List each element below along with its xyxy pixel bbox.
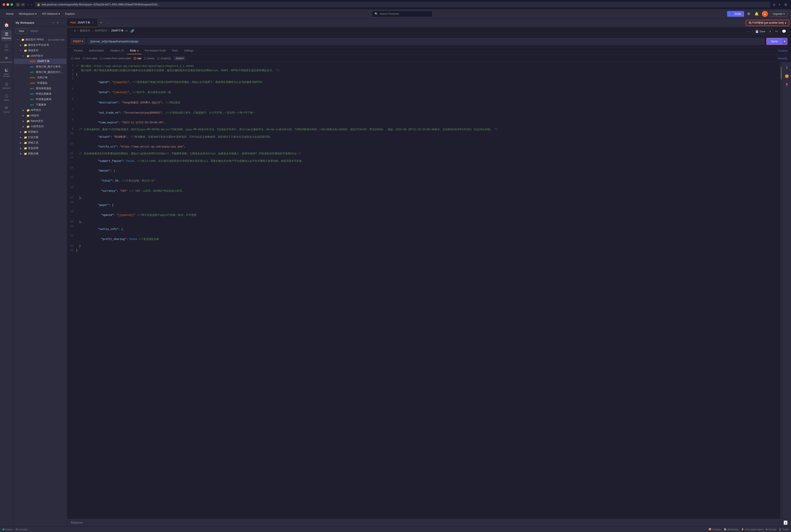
edit-name-btn[interactable]: ✏ bbox=[125, 29, 129, 33]
sidebar-item-flows[interactable]: ⬡ Flows bbox=[1, 92, 12, 103]
link-icon-btn[interactable]: 🔗 bbox=[130, 29, 135, 33]
scroll-thumb[interactable] bbox=[780, 66, 782, 80]
bootcamp-item[interactable]: 📚 Bootcamp bbox=[724, 528, 738, 531]
method-select[interactable]: POST ▾ bbox=[71, 38, 86, 44]
tab-params[interactable]: Params bbox=[71, 48, 86, 54]
sidebar-item-monitors[interactable]: ◷ Monitors bbox=[1, 80, 12, 91]
new-tab-btn[interactable]: + bbox=[777, 2, 782, 7]
search-box[interactable]: 🔍 Search Postman bbox=[372, 11, 433, 17]
code-editor[interactable]: 1 /* 接口地址：https://pay.weixin.qq.com/wiki… bbox=[67, 62, 780, 518]
tab-pre-request[interactable]: Pre-request Script bbox=[142, 48, 169, 54]
notifications-icon[interactable]: 🔔 bbox=[753, 11, 760, 17]
add-collection-btn[interactable]: + bbox=[52, 20, 55, 25]
cookies-link[interactable]: Cookies bbox=[778, 49, 788, 52]
sidebar-item-mock-servers[interactable]: ⬕ Mock Servers bbox=[1, 66, 12, 79]
tree-item-native-pay[interactable]: ▶ 📁 Native支付 bbox=[14, 118, 66, 124]
tree-item-download-bill[interactable]: GET 下载账单 bbox=[14, 102, 66, 108]
sidebar-item-environments[interactable]: ⊕ Environments bbox=[1, 54, 12, 65]
info-icon[interactable]: ℹ bbox=[784, 64, 790, 71]
response-toggle-btn[interactable]: ▲ bbox=[784, 520, 788, 525]
radio-form-data[interactable]: form-data bbox=[83, 57, 97, 60]
api-network-menu-item[interactable]: API Network ▾ bbox=[39, 11, 62, 17]
forward-btn[interactable]: › bbox=[31, 2, 33, 7]
tree-item-marketing[interactable]: ▶ 📁 营销工具 bbox=[14, 140, 66, 146]
browser-url-bar[interactable]: 🔒 web.postman.co/workspace/My-Workspace~… bbox=[35, 2, 770, 7]
auto-select-item[interactable]: ⚡ Auto-select agent bbox=[741, 528, 764, 531]
tree-item-fund-bill[interactable]: GET 申请资金账单 bbox=[14, 97, 66, 102]
avatar[interactable]: 🔥 bbox=[762, 11, 768, 17]
tree-item-query-refund[interactable]: GET 查询单笔退款 bbox=[14, 86, 66, 91]
more-actions-btn[interactable]: ··· bbox=[746, 29, 751, 34]
tree-item-app-pay[interactable]: ▶ 📁 APP支付 bbox=[14, 108, 66, 113]
tree-item-jsapi-order[interactable]: POST JSAPI下单 bbox=[14, 59, 66, 64]
more-tabs-btn[interactable]: ··· bbox=[105, 21, 111, 24]
import-button[interactable]: Import bbox=[29, 28, 39, 34]
upgrade-button[interactable]: Upgrade ▾ bbox=[770, 11, 788, 17]
runner-item[interactable]: ▶ Runner bbox=[766, 528, 776, 531]
sidebar-item-apis[interactable]: ⬡ APIs bbox=[1, 42, 12, 53]
maximize-button[interactable] bbox=[11, 3, 13, 6]
settings-icon[interactable]: ⚙ bbox=[746, 11, 752, 17]
sidebar-item-collections[interactable]: ☰ Collections bbox=[1, 30, 12, 41]
save-btn[interactable]: 💾 Save bbox=[753, 29, 768, 34]
tree-item-collection-root[interactable]: ▾ 📁 微信支付 APIv3 yet another fork bbox=[14, 37, 66, 42]
console-item[interactable]: ▥ Console bbox=[16, 528, 27, 531]
pencil-icon-btn[interactable]: ✏ bbox=[774, 29, 779, 34]
tree-item-close-order[interactable]: POST 关闭订单 bbox=[14, 75, 66, 80]
tab-authorization[interactable]: Authorization bbox=[86, 48, 107, 54]
explore-menu-item[interactable]: Explore bbox=[62, 11, 77, 17]
workspaces-menu-item[interactable]: Workspaces ▾ bbox=[16, 11, 39, 17]
breadcrumb-basic-pay[interactable]: 基础支付 bbox=[80, 29, 90, 33]
add-tab-btn[interactable]: + bbox=[97, 21, 105, 25]
tree-item-jsapi-pay[interactable]: ▾ 📁 JSAPI支付 bbox=[14, 53, 66, 59]
comment-icon-btn[interactable]: 💬 bbox=[780, 29, 788, 34]
location-icon[interactable]: 📍 bbox=[784, 81, 790, 88]
sidebar-item-history[interactable]: ⟳ History bbox=[1, 104, 12, 115]
back-btn[interactable]: ‹ bbox=[27, 2, 30, 7]
tree-item-basic-pay[interactable]: ▾ 📁 基础支付 bbox=[14, 48, 66, 53]
trash-item[interactable]: 🗑 Trash bbox=[779, 528, 788, 531]
minimize-button[interactable] bbox=[6, 3, 9, 6]
workspace-avatar[interactable]: 🏠 bbox=[1, 21, 12, 29]
radio-binary[interactable]: binary bbox=[144, 57, 155, 60]
environment-selector[interactable]: 商户API密钥 [yet another fork] ▾ bbox=[746, 20, 789, 26]
breadcrumb-jsapi-pay[interactable]: JSAPI支付 bbox=[94, 29, 107, 33]
tab-headers[interactable]: Headers (7) bbox=[107, 48, 127, 54]
json-type-selector[interactable]: JSON ▾ bbox=[174, 56, 185, 60]
tree-item-refund[interactable]: POST 申请退款 bbox=[14, 80, 66, 86]
radio-none[interactable]: none bbox=[71, 57, 80, 60]
tree-item-cert[interactable]: ▶ 📁 微信支付平台证书 bbox=[14, 42, 66, 48]
tree-item-finance[interactable]: ▶ 📁 资金应用 bbox=[14, 146, 66, 151]
invite-button[interactable]: 👤 Invite bbox=[727, 11, 744, 17]
tree-item-query-1[interactable]: GET 查询订单_商户订单号查询 bbox=[14, 64, 66, 70]
new-button[interactable]: New bbox=[16, 28, 27, 34]
cookies-panel-icon[interactable]: 🍪 bbox=[784, 73, 790, 80]
window-collapse-btn[interactable]: ⊡ bbox=[16, 3, 20, 6]
tree-item-risk[interactable]: ▶ 📁 风险合规 bbox=[14, 151, 66, 156]
tree-item-h5-pay[interactable]: ▶ 📁 H5支付 bbox=[14, 113, 66, 118]
tab-tests[interactable]: Tests bbox=[169, 48, 181, 54]
sort-collection-btn[interactable]: ≡ bbox=[56, 20, 59, 25]
home-menu-item[interactable]: Home bbox=[3, 11, 16, 17]
share-btn[interactable]: ⎙ bbox=[772, 2, 776, 7]
tree-item-query-2[interactable]: GET 查询订单_微信支付订单号... bbox=[14, 70, 66, 75]
window-expand-btn[interactable]: ▾ bbox=[21, 3, 25, 6]
send-dropdown-btn[interactable]: ▾ bbox=[782, 38, 787, 44]
tree-item-trade-bill[interactable]: GET 申请交易账单 bbox=[14, 91, 66, 97]
radio-urlencoded[interactable]: x-www-form-urlencoded bbox=[100, 57, 131, 60]
tab-settings[interactable]: Settings bbox=[181, 48, 196, 54]
tree-item-biz[interactable]: ▶ 📁 经营能力 bbox=[14, 129, 66, 135]
tree-item-mini-pay[interactable]: ▶ 📁 小程序支付 bbox=[14, 124, 66, 129]
beautify-btn[interactable]: Beautify bbox=[778, 57, 788, 60]
active-tab[interactable]: POST JSAPI下单 × bbox=[67, 19, 97, 27]
sidebar-toggle-btn[interactable]: ⊟ bbox=[783, 2, 788, 7]
more-collections-btn[interactable]: ··· bbox=[60, 20, 64, 25]
send-button[interactable]: Send bbox=[767, 38, 782, 44]
breadcrumb-home-btn[interactable]: ▾ bbox=[74, 29, 76, 32]
tab-close-icon[interactable]: × bbox=[92, 21, 94, 24]
radio-raw[interactable]: raw bbox=[134, 57, 141, 60]
url-input[interactable] bbox=[87, 38, 764, 45]
save-dropdown-btn[interactable]: ▾ bbox=[768, 29, 772, 34]
close-button[interactable] bbox=[3, 3, 5, 6]
tab-body[interactable]: Body bbox=[127, 48, 142, 54]
